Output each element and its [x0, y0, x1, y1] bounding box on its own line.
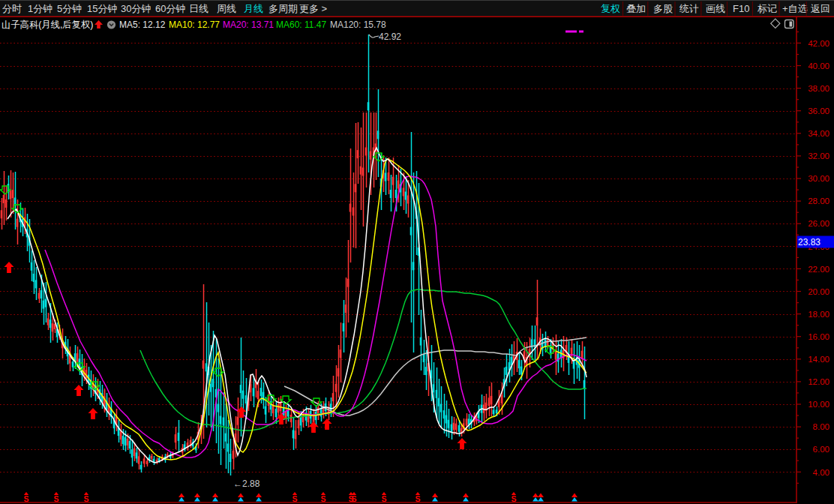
svg-text:返回: 返回 — [811, 3, 830, 14]
svg-text:更多 >: 更多 > — [299, 3, 327, 14]
svg-text:多股: 多股 — [653, 3, 673, 14]
svg-text:月线: 月线 — [244, 3, 263, 14]
svg-text:S: S — [415, 494, 420, 503]
svg-text:1分钟: 1分钟 — [28, 3, 52, 14]
svg-text:S: S — [292, 494, 297, 503]
svg-text:日线: 日线 — [189, 3, 208, 14]
svg-text:42.00: 42.00 — [808, 39, 830, 48]
svg-text:S: S — [83, 494, 88, 503]
svg-text:14.00: 14.00 — [808, 355, 830, 364]
svg-text:S: S — [351, 494, 356, 503]
svg-text:S: S — [53, 494, 58, 503]
svg-text:18.00: 18.00 — [808, 310, 830, 319]
svg-text:MA5: 12.12: MA5: 12.12 — [119, 20, 166, 30]
svg-text:32.00: 32.00 — [808, 152, 830, 160]
svg-text:S: S — [23, 494, 28, 503]
svg-text:23.83: 23.83 — [798, 237, 820, 248]
svg-text:38.00: 38.00 — [808, 84, 830, 93]
svg-text:60分钟: 60分钟 — [155, 3, 185, 14]
svg-text:8.00: 8.00 — [813, 422, 830, 431]
svg-text:34.00: 34.00 — [808, 129, 830, 138]
svg-text:山子高科(月线,后复权): 山子高科(月线,后复权) — [2, 20, 93, 30]
svg-text:复权: 复权 — [601, 3, 620, 14]
svg-text:28.00: 28.00 — [808, 196, 830, 206]
svg-text:22.00: 22.00 — [808, 265, 830, 274]
svg-text:画线: 画线 — [706, 3, 725, 14]
svg-text:分时: 分时 — [2, 3, 22, 14]
svg-text:40.00: 40.00 — [808, 62, 830, 70]
svg-text:S: S — [511, 494, 516, 503]
svg-text:←2.88: ←2.88 — [233, 478, 260, 489]
svg-text:MA10: 12.77: MA10: 12.77 — [169, 20, 220, 30]
svg-text:30分钟: 30分钟 — [121, 3, 151, 14]
svg-text:标记: 标记 — [758, 3, 777, 14]
svg-text:6.00: 6.00 — [813, 445, 830, 454]
svg-text:S: S — [320, 494, 326, 503]
svg-text:26.00: 26.00 — [808, 219, 830, 228]
svg-text:4.00: 4.00 — [813, 468, 830, 477]
svg-text:多周期: 多周期 — [268, 3, 298, 14]
svg-text:5分钟: 5分钟 — [57, 3, 82, 14]
svg-text:36.00: 36.00 — [808, 106, 830, 116]
svg-text:10.00: 10.00 — [808, 400, 830, 409]
svg-text:MA120: 15.78: MA120: 15.78 — [330, 20, 386, 30]
svg-text:MA60: 11.47: MA60: 11.47 — [276, 20, 326, 30]
svg-text:20.00: 20.00 — [808, 287, 830, 296]
svg-text:MA20: 13.71: MA20: 13.71 — [223, 20, 274, 30]
svg-text:+自选: +自选 — [782, 3, 808, 14]
svg-text:15分钟: 15分钟 — [87, 3, 117, 14]
svg-text:统计: 统计 — [679, 3, 699, 14]
svg-text:S: S — [381, 494, 386, 503]
svg-text:叠加: 叠加 — [626, 3, 646, 14]
svg-text:周线: 周线 — [217, 3, 236, 14]
svg-text:16.00: 16.00 — [808, 332, 830, 341]
svg-text:12.00: 12.00 — [808, 377, 830, 386]
svg-text:30.00: 30.00 — [808, 174, 830, 183]
svg-text:F10: F10 — [733, 3, 749, 14]
svg-text:42.92: 42.92 — [379, 32, 401, 42]
